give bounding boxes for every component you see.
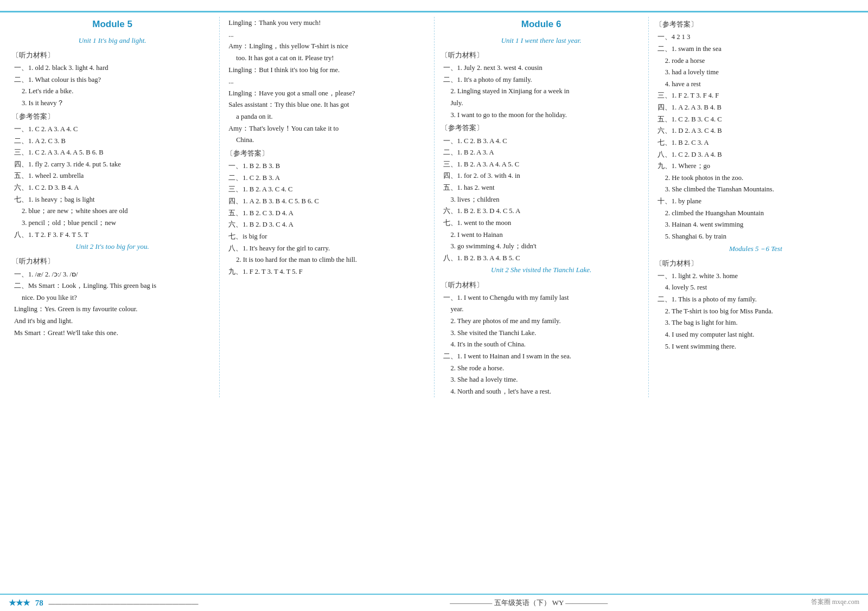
- section-label-7: 〔参考答案〕: [12, 111, 213, 123]
- section-label-0: 〔参考答案〕: [655, 19, 856, 30]
- unit-title-1: Unit 1 It's big and light.: [12, 35, 213, 47]
- section-label-11: 〔参考答案〕: [226, 148, 427, 159]
- answer-row-9: 六、1. D 2. A 3. C 4. B: [655, 125, 856, 137]
- answer-row-29: 3. She had a lovely time.: [441, 374, 642, 385]
- answer-row-25: 3. She visited the Tianchi Lake.: [441, 327, 642, 339]
- module-title-0: Module 6: [441, 17, 642, 33]
- answer-row-8: 一、1. C 2. A 3. A 4. C: [12, 124, 213, 135]
- answer-row-7: Sales assistant：Try this blue one. It ha…: [226, 99, 427, 111]
- answer-row-25: Ms Smart：Great! We'll take this one.: [12, 327, 213, 339]
- answer-row-21: 二、Ms Smart：Look，Lingling. This green bag…: [12, 280, 213, 292]
- top-border: [0, 11, 868, 12]
- answer-row-6: 3. Is it heavy？: [12, 98, 213, 109]
- answer-row-16: 五、1. B 2. C 3. D 4. A: [226, 208, 427, 219]
- page-container: Module 5Unit 1 It's big and light.〔听力材料〕…: [0, 0, 868, 611]
- answer-row-9: Amy：That's lovely！You can take it to: [226, 123, 427, 134]
- answer-row-20: 2. It is too hard for the man to climb t…: [226, 254, 427, 266]
- answer-row-6: 三、1. F 2. T 3. F 4. F: [655, 90, 856, 101]
- answer-row-12: 五、1. wheel 2. umbrella: [12, 170, 213, 182]
- answer-row-6: July.: [441, 98, 642, 109]
- answer-row-13: 二、1. C 2. B 3. A: [226, 172, 427, 184]
- answer-row-10: 三、1. C 2. A 3. A 4. A 5. B 6. B: [12, 147, 213, 158]
- answer-row-15: 六、1. B 2. E 3. D 4. C 5. A: [441, 205, 642, 217]
- answer-row-24: 2. The T-shirt is too big for Miss Panda…: [655, 306, 856, 317]
- answer-row-23: Lingling：Yes. Green is my favourite colo…: [12, 304, 213, 315]
- answer-row-1: 一、4 2 1 3: [655, 31, 856, 43]
- answer-row-20: 一、1. /æ/ 2. /ɔ:/ 3. /ɒ/: [12, 269, 213, 280]
- answer-row-13: 2. He took photos in the zoo.: [655, 172, 856, 184]
- answer-row-15: 十、1. by plane: [655, 196, 856, 207]
- answer-row-3: 2. rode a horse: [655, 55, 856, 67]
- answer-row-4: 3. had a lovely time: [655, 67, 856, 78]
- answer-row-18: 5. Shanghai 6. by train: [655, 231, 856, 242]
- answer-row-14: 3. She climbed the Tianshan Mountains.: [655, 184, 856, 195]
- answer-row-5: ...: [226, 76, 427, 87]
- answer-row-3: 一、1. old 2. black 3. light 4. hard: [12, 62, 213, 74]
- answer-row-30: 4. North and south，let's have a rest.: [441, 386, 642, 397]
- answer-row-5: 4. have a rest: [655, 79, 856, 90]
- answer-row-15: 2. blue；are new；white shoes are old: [12, 205, 213, 217]
- answer-row-15: 四、1. A 2. B 3. B 4. C 5. B 6. C: [226, 196, 427, 207]
- answer-row-14: 三、1. B 2. A 3. C 4. C: [226, 184, 427, 195]
- answer-row-2: Amy：Lingling，this yellow T-shirt is nice: [226, 41, 427, 52]
- answer-row-25: 3. The bag is light for him.: [655, 317, 856, 329]
- answer-row-11: 四、1. fly 2. carry 3. ride 4. put 5. take: [12, 159, 213, 170]
- answer-row-4: 二、1. What colour is this bag?: [12, 74, 213, 86]
- answer-row-28: 2. She rode a horse.: [441, 363, 642, 374]
- answer-row-5: 2. Let's ride a bike.: [12, 86, 213, 97]
- answer-row-16: 七、1. went to the moon: [441, 217, 642, 229]
- answer-row-19: 八、1. It's heavy for the girl to carry.: [226, 243, 427, 254]
- answer-row-13: 五、1. has 2. went: [441, 182, 642, 194]
- answer-row-17: 3. Hainan 4. went swimming: [655, 219, 856, 230]
- answer-row-2: 二、1. swam in the sea: [655, 43, 856, 55]
- answer-row-22: 一、1. I went to Chengdu with my family la…: [441, 292, 642, 304]
- section-label-19: 〔听力材料〕: [12, 256, 213, 267]
- answer-row-12: 九、1. Where；go: [655, 160, 856, 172]
- unit-title-19: Modules 5－6 Test: [655, 243, 856, 255]
- unit-title-1: Unit 1 I went there last year.: [441, 35, 642, 47]
- answer-row-9: 一、1. C 2. B 3. A 4. C: [441, 136, 642, 147]
- answer-row-23: year.: [441, 304, 642, 315]
- dashes: ―――――――――――――――――――――――: [49, 600, 199, 607]
- section-label-2: 〔听力材料〕: [12, 50, 213, 61]
- unit-title-18: Unit 2 It's too big for you.: [12, 241, 213, 253]
- answer-row-21: 九、1. F 2. T 3. T 4. T 5. F: [226, 266, 427, 278]
- columns-wrapper: Module 5Unit 1 It's big and light.〔听力材料〕…: [0, 17, 868, 397]
- answer-row-27: 二、1. I went to Hainan and I swam in the …: [441, 351, 642, 362]
- page-number: 78: [35, 599, 43, 607]
- answer-row-7: 四、1. A 2. A 3. B 4. B: [655, 102, 856, 113]
- answer-row-24: 2. They are photos of me and my family.: [441, 316, 642, 327]
- answer-row-23: 二、1. This is a photo of my family.: [655, 294, 856, 305]
- stars: ★★★: [9, 599, 30, 607]
- answer-row-14: 七、1. is heavy；bag is light: [12, 194, 213, 205]
- section-label-2: 〔听力材料〕: [441, 50, 642, 61]
- answer-row-0: Lingling：Thank you very much!: [226, 17, 427, 29]
- answer-row-24: And it's big and light.: [12, 316, 213, 327]
- answer-row-19: 八、1. B 2. B 3. A 4. B 5. C: [441, 253, 642, 264]
- answer-row-22: nice. Do you like it?: [12, 292, 213, 304]
- module-title-0: Module 5: [12, 17, 213, 33]
- section-label-21: 〔听力材料〕: [441, 280, 642, 291]
- answer-row-17: 2. I went to Hainan: [441, 229, 642, 241]
- answer-row-5: 2. Lingling stayed in Xinjiang for a wee…: [441, 86, 642, 97]
- watermark: 答案圈 mxqe.com: [811, 597, 859, 607]
- answer-row-21: 一、1. light 2. white 3. home: [655, 271, 856, 282]
- answer-row-26: 4. It's in the south of China.: [441, 339, 642, 350]
- answer-row-1: ...: [226, 29, 427, 41]
- answer-row-12: 一、1. B 2. B 3. B: [226, 160, 427, 172]
- answer-row-22: 4. lovely 5. rest: [655, 282, 856, 293]
- answer-row-9: 二、1. A 2. C 3. B: [12, 136, 213, 147]
- answer-row-8: 五、1. C 2. B 3. C 4. C: [655, 114, 856, 125]
- answer-row-17: 六、1. B 2. D 3. C 4. A: [226, 219, 427, 230]
- answer-row-10: 七、1. B 2. C 3. A: [655, 137, 856, 149]
- answer-row-18: 3. go swimming 4. July；didn't: [441, 241, 642, 252]
- answer-row-17: 八、1. T 2. F 3. F 4. T 5. T: [12, 229, 213, 241]
- answer-row-14: 3. lives；children: [441, 194, 642, 205]
- answer-row-4: 二、1. It's a photo of my family.: [441, 74, 642, 86]
- section-label-20: 〔听力材料〕: [655, 258, 856, 269]
- column-3: Module 6Unit 1 I went there last year.〔听…: [435, 17, 649, 397]
- section-label-8: 〔参考答案〕: [441, 123, 642, 134]
- answer-row-6: Lingling：Have you got a small one，please…: [226, 88, 427, 99]
- answer-row-26: 4. I used my computer last night.: [655, 329, 856, 340]
- answer-row-11: 八、1. C 2. D 3. A 4. B: [655, 149, 856, 160]
